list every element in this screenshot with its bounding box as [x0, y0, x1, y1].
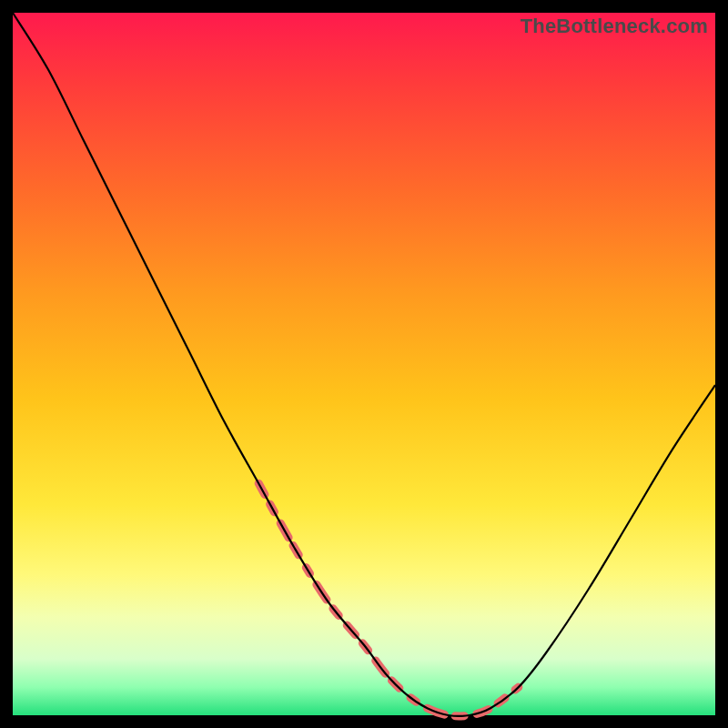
- highlight-dashes: [258, 483, 519, 716]
- bottleneck-curve: [13, 13, 715, 716]
- chart-frame: TheBottleneck.com: [0, 0, 728, 728]
- plot-area: TheBottleneck.com: [13, 13, 715, 715]
- bottleneck-curve-svg: [13, 13, 715, 715]
